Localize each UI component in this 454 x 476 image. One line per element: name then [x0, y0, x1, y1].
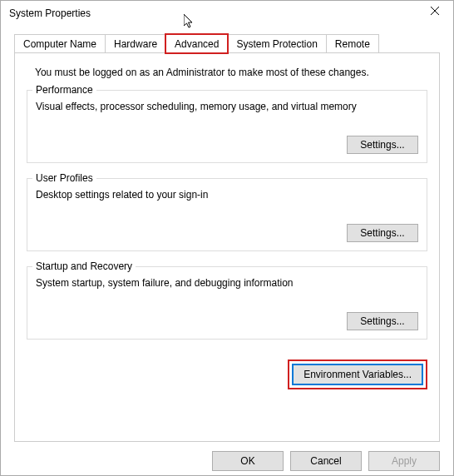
startup-settings-button[interactable]: Settings...: [347, 312, 418, 330]
cancel-button[interactable]: Cancel: [290, 451, 362, 471]
tab-row: Computer Name Hardware Advanced System P…: [1, 26, 453, 53]
tab-hardware[interactable]: Hardware: [105, 34, 166, 53]
user-profiles-legend: User Profiles: [32, 172, 96, 184]
performance-group: Performance Visual effects, processor sc…: [27, 90, 427, 163]
intro-text: You must be logged on as an Administrato…: [35, 67, 419, 78]
close-icon: [431, 7, 439, 15]
user-profiles-settings-button[interactable]: Settings...: [347, 224, 418, 242]
performance-legend: Performance: [32, 84, 96, 96]
tab-system-protection[interactable]: System Protection: [227, 34, 326, 53]
apply-button: Apply: [368, 451, 440, 471]
titlebar: System Properties: [1, 1, 453, 26]
tab-advanced[interactable]: Advanced: [165, 34, 228, 53]
performance-settings-button[interactable]: Settings...: [347, 136, 418, 154]
dialog-buttons: OK Cancel Apply: [1, 451, 453, 476]
startup-desc: System startup, system failure, and debu…: [36, 277, 418, 289]
environment-variables-button[interactable]: Environment Variables...: [292, 364, 423, 385]
startup-legend: Startup and Recovery: [32, 260, 136, 272]
tab-content: You must be logged on as an Administrato…: [14, 52, 440, 442]
ok-button[interactable]: OK: [212, 451, 284, 471]
tab-computer-name[interactable]: Computer Name: [14, 34, 106, 53]
user-profiles-desc: Desktop settings related to your sign-in: [36, 189, 418, 201]
user-profiles-group: User Profiles Desktop settings related t…: [27, 178, 427, 251]
env-row: Environment Variables...: [27, 359, 427, 389]
performance-desc: Visual effects, processor scheduling, me…: [36, 101, 418, 112]
startup-group: Startup and Recovery System startup, sys…: [27, 266, 427, 340]
window-title: System Properties: [9, 7, 91, 19]
env-highlight: Environment Variables...: [288, 359, 427, 389]
tab-remote[interactable]: Remote: [326, 34, 379, 53]
close-button[interactable]: [418, 0, 452, 22]
